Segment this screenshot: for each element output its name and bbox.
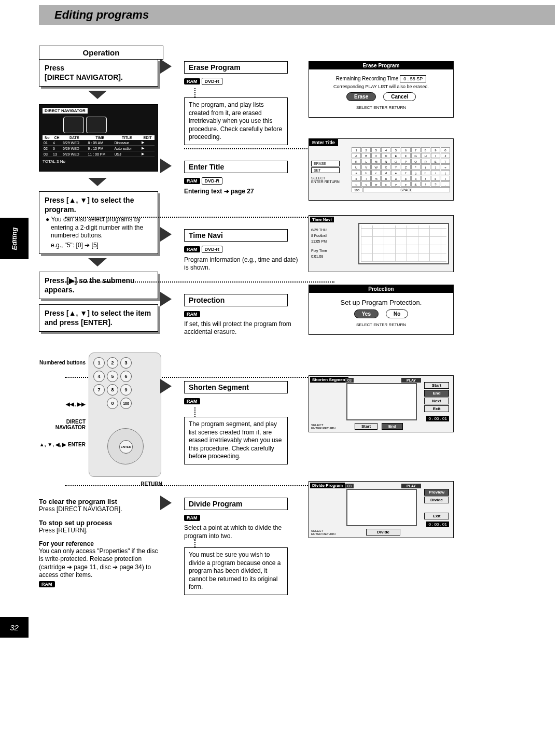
end-button-2[interactable]: End — [382, 423, 403, 430]
erase-button[interactable]: Erase — [346, 92, 376, 101]
osd-shorten-segment: Shorten Segment 03 PLAY Start End Next E… — [309, 375, 454, 432]
stop-setup-text: Press [RETURN]. — [39, 527, 163, 535]
ram-badge: RAM — [39, 581, 55, 587]
arrow-down-icon — [88, 258, 107, 266]
step1-line2: [DIRECT NAVIGATOR]. — [45, 73, 123, 81]
enter-button[interactable]: ENTER — [119, 440, 133, 454]
preview-button[interactable]: Preview — [424, 489, 449, 496]
title-shorten: Shorten Segment — [184, 381, 288, 393]
key-9[interactable]: 9 — [120, 384, 132, 396]
erase-char-button[interactable]: ERASE — [311, 161, 340, 166]
osd-divide-program: Divide Program 03 PLAY Preview Divide Ex… — [309, 481, 454, 538]
set-button[interactable]: SET — [311, 167, 340, 173]
label-numbered-buttons: Numbered buttons — [39, 360, 86, 365]
label-arrows-enter: ▲, ▼, ◀, ▶ ENTER — [39, 442, 86, 447]
clear-list-heading: To clear the program list — [39, 498, 163, 505]
key-8[interactable]: 8 — [107, 384, 118, 396]
key-5[interactable]: 5 — [107, 371, 118, 382]
osd-erase-program: Erase Program Remaining Recording Time 0… — [309, 61, 454, 118]
osd-enter-title: Enter Title ERASE SET SELECT ENTER RETUR… — [309, 138, 454, 201]
key-3[interactable]: 3 — [120, 357, 132, 369]
yes-button[interactable]: Yes — [354, 309, 379, 318]
character-grid[interactable]: 1234567890 ABCDEFGHIJ KLMNOPQRST UVWXYZ*… — [352, 147, 450, 192]
block-erase-program: Erase Program RAMDVD-R The program, and … — [184, 61, 298, 149]
right-arrow-icon — [160, 59, 172, 74]
start-button[interactable]: Start — [424, 382, 449, 389]
step-press-direct-navigator: Press [DIRECT NAVIGATOR]. — [39, 59, 158, 87]
right-arrow-icon — [160, 292, 172, 306]
step2-sub1: You can also select programs by entering… — [51, 216, 143, 239]
title-divide: Divide Program — [184, 498, 288, 510]
osd-table: No CH DATE TIME TITLE EDIT 0146/29 WED8 … — [43, 135, 155, 157]
step2-sub2: e.g., "5": [0] ➔ [5] — [45, 242, 152, 250]
page-header: Editing programs — [39, 5, 555, 25]
direct-navigator-osd: DIRECT NAVIGATOR No CH DATE TIME TITLE E… — [39, 104, 158, 172]
page-title: Editing programs — [54, 8, 149, 22]
start-button-2[interactable]: Start — [355, 423, 377, 430]
title-enter-title: Enter Title — [184, 161, 288, 173]
time-navi-body: Program information (e.g., time and date… — [184, 256, 298, 272]
key-0[interactable]: 0 — [107, 398, 118, 409]
number-keypad: 123 456 789 0100 — [93, 357, 137, 409]
clear-list-text: Press [DIRECT NAVIGATOR]. — [39, 505, 163, 514]
osd-protection: Protection Set up Program Protection. Ye… — [309, 285, 454, 335]
callout-divide: You must be sure you wish to divide a pr… — [184, 547, 288, 595]
for-reference-heading: For your reference — [39, 540, 163, 547]
next-button[interactable]: Next — [424, 398, 449, 404]
right-arrow-icon — [160, 379, 172, 393]
key-4[interactable]: 4 — [93, 371, 105, 382]
block-protection: Protection RAM If set, this will protect… — [184, 294, 298, 336]
exit-button[interactable]: Exit — [424, 405, 449, 412]
right-arrow-icon — [160, 227, 172, 242]
divide-button[interactable]: Divide — [424, 497, 449, 503]
remote-control-diagram: Numbered buttons ◀◀, ▶▶ DIRECT NAVIGATOR… — [39, 353, 163, 492]
step4-title: Press [▲, ▼] to select the item and pres… — [45, 309, 152, 327]
label-ffrw: ◀◀, ▶▶ — [39, 401, 86, 407]
divide-body: Select a point at which to divide the pr… — [184, 524, 298, 540]
operation-label: Operation — [39, 46, 163, 60]
arrow-down-icon — [88, 91, 107, 99]
d-pad[interactable]: ENTER — [102, 428, 149, 464]
no-button[interactable]: No — [386, 309, 408, 318]
enter-title-sub: Entering text ➔ page 27 — [184, 188, 298, 196]
step-select-program: Press [▲, ▼] to select the program. ● Yo… — [39, 191, 158, 254]
osd-total: TOTAL 3 No — [43, 159, 155, 164]
end-button[interactable]: End — [424, 390, 449, 397]
key-1[interactable]: 1 — [93, 357, 105, 369]
cancel-button[interactable]: Cancel — [383, 92, 416, 101]
divide-button-2[interactable]: Divide — [366, 529, 400, 535]
callout-shorten: The program segment, and play list scene… — [184, 417, 288, 464]
key-2[interactable]: 2 — [107, 357, 118, 369]
label-direct-navigator: DIRECT NAVIGATOR — [39, 419, 86, 430]
block-divide-program: Divide Program RAM Select a point at whi… — [184, 498, 298, 595]
exit-button[interactable]: Exit — [424, 513, 449, 519]
title-protection: Protection — [184, 294, 288, 306]
block-enter-title: Enter Title RAMDVD-R Entering text ➔ pag… — [184, 161, 298, 218]
protection-body: If set, this will protect the program fr… — [184, 320, 298, 336]
osd-header: DIRECT NAVIGATOR — [43, 108, 88, 114]
block-shorten-segment: Shorten Segment RAM The program segment,… — [184, 381, 298, 486]
step1-line1: Press — [45, 64, 64, 72]
step3-title: Press [▶] so the submenu appears. — [45, 276, 152, 294]
osd-erase-header: Erase Program — [309, 62, 453, 69]
right-arrow-icon — [160, 159, 172, 173]
block-time-navi: Time Navi RAMDVD-R Program information (… — [184, 229, 298, 283]
osd-time-navi: Time Navi 6/29 THU 8 Football 11:05 PM P… — [309, 215, 454, 272]
callout-erase: The program, and play lists created from… — [184, 97, 288, 145]
title-erase-program: Erase Program — [184, 61, 288, 74]
right-arrow-icon — [160, 496, 172, 510]
step-select-item-enter: Press [▲, ▼] to select the item and pres… — [39, 304, 158, 332]
step2-title: Press [▲, ▼] to select the program. — [45, 196, 152, 214]
for-reference-text: You can only access "Properties" if the … — [39, 547, 163, 580]
key-7[interactable]: 7 — [93, 384, 105, 396]
arrow-down-icon — [88, 178, 107, 186]
key-100[interactable]: 100 — [120, 398, 132, 409]
title-time-navi: Time Navi — [184, 229, 288, 242]
step-open-submenu: Press [▶] so the submenu appears. — [39, 272, 158, 299]
key-6[interactable]: 6 — [120, 371, 132, 382]
stop-setup-heading: To stop set up process — [39, 519, 163, 527]
